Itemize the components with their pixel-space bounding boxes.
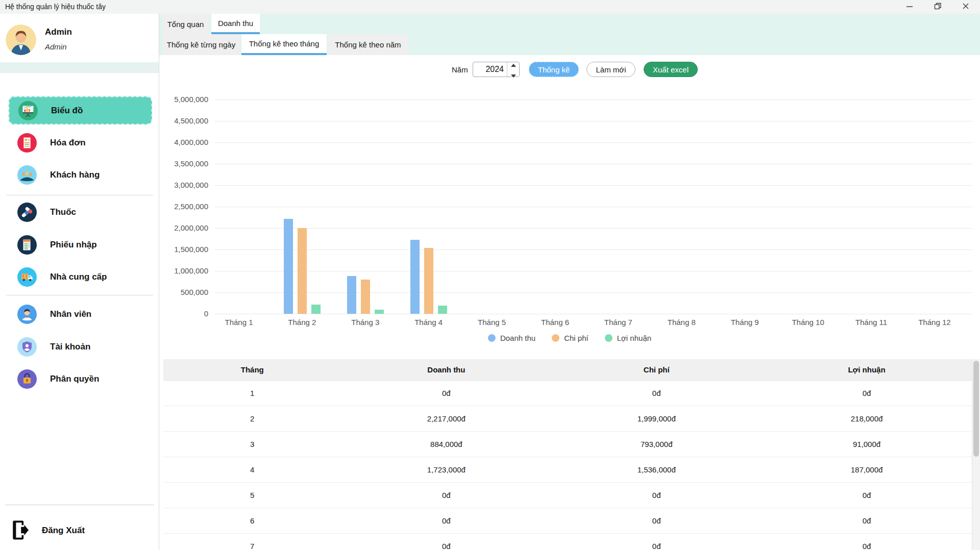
legend-label: Lợi nhuận (617, 334, 651, 342)
invoice-icon (17, 133, 37, 153)
bar-doanh-thu-3 (347, 276, 356, 314)
minimize-icon (906, 3, 913, 11)
legend-item: Doanh thu (488, 334, 535, 342)
sidebar-item-4[interactable]: Thuốc (9, 198, 152, 226)
table-header-cell: Tháng (163, 359, 341, 380)
table-row[interactable]: 10đ0đ0đ (163, 381, 972, 406)
table-cell: 5 (163, 483, 341, 508)
medicine-icon (17, 203, 37, 222)
sidebar-item-9[interactable]: Phân quyền (9, 365, 152, 393)
sidebar-item-3[interactable]: Khách hàng (9, 161, 152, 189)
sidebar-item-5[interactable]: Phiếu nhập (9, 231, 152, 259)
minimize-button[interactable] (898, 0, 921, 14)
sidebar-item-label: Tài khoản (50, 342, 90, 352)
export-excel-button[interactable]: Xuất excel (644, 62, 698, 77)
supplier-icon (17, 267, 37, 287)
gridline (214, 292, 972, 293)
x-axis-tick-label: Tháng 12 (904, 318, 965, 327)
y-axis-tick-label: 3,500,000 (162, 159, 208, 168)
year-spinner[interactable]: 2024 (473, 62, 520, 77)
subtab-2[interactable]: Thống kê theo tháng (241, 34, 327, 55)
refresh-button[interactable]: Làm mới (586, 62, 635, 77)
bar-chi-phí-3 (361, 280, 370, 314)
year-value[interactable]: 2024 (485, 65, 504, 74)
spinner-arrows[interactable] (507, 62, 519, 77)
profile-card: Admin Admin (0, 14, 159, 62)
x-axis-tick-label: Tháng 3 (335, 318, 396, 327)
tab-1[interactable]: Tổng quan (162, 14, 209, 34)
sidebar: Admin Admin Biểu đồHóa đơnKhách hàngThuố… (0, 14, 159, 550)
x-axis-tick-label: Tháng 5 (461, 318, 523, 327)
x-axis-tick-label: Tháng 2 (272, 318, 333, 327)
legend-item: Chi phí (552, 334, 589, 342)
subtab-3[interactable]: Thống kê theo năm (328, 34, 408, 55)
sidebar-divider-band (0, 62, 159, 73)
y-axis-tick-label: 3,000,000 (162, 181, 208, 190)
logout-button[interactable]: Đăng Xuất (12, 516, 145, 545)
table-header-cell: Lợi nhuận (762, 359, 972, 380)
table-cell: 0đ (341, 483, 551, 508)
tab-2[interactable]: Doanh thu (211, 14, 260, 34)
sidebar-item-label: Phiếu nhập (50, 240, 97, 250)
spinner-down-icon[interactable] (511, 70, 516, 80)
import-icon (17, 235, 37, 255)
table-header-cell: Chi phí (551, 359, 762, 380)
profile-role: Admin (45, 42, 67, 51)
bar-lợi-nhuận-3 (375, 310, 384, 314)
table-cell: 0đ (341, 534, 551, 550)
y-axis-tick-label: 4,000,000 (162, 138, 208, 147)
sidebar-item-label: Thuốc (50, 207, 76, 217)
bar-doanh-thu-4 (410, 240, 420, 314)
gridline (214, 207, 972, 207)
table-scrollbar[interactable] (972, 359, 980, 550)
sidebar-item-7[interactable]: Nhân viên (9, 300, 152, 328)
customers-icon (17, 165, 37, 185)
staff-icon (17, 305, 37, 324)
scrollbar-thumb[interactable] (973, 361, 979, 457)
x-axis-tick-label: Tháng 1 (208, 318, 270, 327)
title-bar: Hệ thống quản lý hiệu thuốc tây (0, 0, 980, 14)
table-row[interactable]: 70đ0đ0đ (163, 534, 972, 550)
gridline (214, 121, 972, 121)
y-axis-tick-label: 4,500,000 (162, 116, 208, 126)
close-button[interactable] (954, 0, 977, 14)
chart-legend: Doanh thuChi phíLợi nhuận (488, 334, 651, 342)
bar-lợi-nhuận-2 (311, 305, 321, 314)
subtab-1[interactable]: Thống kê từng ngày (162, 34, 240, 55)
sidebar-item-8[interactable]: Tài khoản (9, 333, 152, 361)
table-cell: 0đ (551, 534, 762, 550)
spinner-up-icon[interactable] (511, 60, 516, 69)
restore-button[interactable] (926, 0, 949, 14)
table-cell: 0đ (551, 381, 762, 406)
table-cell: 2 (163, 406, 341, 431)
window-title: Hệ thống quản lý hiệu thuốc tây (5, 3, 106, 11)
year-label: Năm (452, 65, 468, 74)
table-row[interactable]: 41,723,000đ1,536,000đ187,000đ (163, 457, 972, 483)
gridline (214, 314, 972, 314)
table-cell: 0đ (341, 508, 551, 533)
gridline (214, 185, 972, 186)
table-row[interactable]: 60đ0đ0đ (163, 508, 972, 534)
sidebar-item-2[interactable]: Hóa đơn (9, 129, 152, 157)
x-axis-tick-label: Tháng 6 (525, 318, 586, 327)
logout-label: Đăng Xuất (42, 526, 85, 536)
sidebar-item-label: Hóa đơn (50, 138, 86, 148)
y-axis-tick-label: 2,000,000 (162, 223, 208, 233)
table-row[interactable]: 50đ0đ0đ (163, 483, 972, 508)
y-axis-tick-label: 2,500,000 (162, 202, 208, 211)
statistics-button[interactable]: Thống kê (529, 62, 579, 77)
table-cell: 187,000đ (762, 457, 972, 482)
table-cell: 1,536,000đ (551, 457, 762, 482)
table-row[interactable]: 22,217,000đ1,999,000đ218,000đ (163, 406, 972, 432)
permission-icon (17, 369, 37, 389)
y-axis-tick-label: 0 (162, 309, 208, 318)
sidebar-item-1[interactable]: Biểu đồ (9, 96, 152, 124)
table-header-row: ThángDoanh thuChi phíLợi nhuận (163, 359, 972, 381)
sub-tab-strip: Thống kê từng ngàyThống kê theo thángThố… (159, 34, 980, 55)
table-row[interactable]: 3884,000đ793,000đ91,000đ (163, 432, 972, 457)
sidebar-item-label: Nhà cung cấp (50, 272, 107, 282)
bar-doanh-thu-2 (284, 219, 293, 314)
table-cell: 0đ (762, 534, 972, 550)
sidebar-item-6[interactable]: Nhà cung cấp (9, 263, 152, 291)
x-axis-tick-label: Tháng 7 (587, 318, 649, 327)
